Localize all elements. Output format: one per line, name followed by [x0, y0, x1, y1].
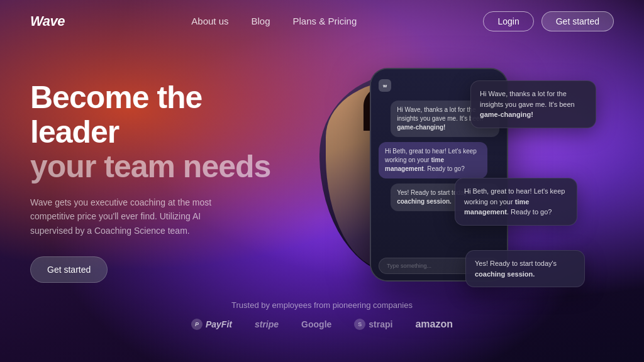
payfit-icon: P: [191, 319, 203, 330]
login-button[interactable]: Login: [483, 11, 533, 31]
navbar: Wave About us Blog Plans & Pricing Login…: [0, 0, 644, 43]
company-logo-payfit: P PayFit: [191, 319, 232, 330]
hero-title-main: Become the leader: [30, 80, 294, 150]
nav-link-pricing[interactable]: Plans & Pricing: [293, 16, 357, 26]
company-logo-stripe: stripe: [255, 319, 279, 329]
company-logo-amazon: amazon: [415, 319, 453, 330]
phone-logo: w: [379, 79, 391, 92]
hero-title-sub: your team needs: [30, 150, 294, 184]
company-logos: P PayFit stripe Google S strapi amazon: [30, 319, 614, 330]
company-logo-strapi: S strapi: [354, 319, 392, 330]
nav-links: About us Blog Plans & Pricing: [191, 16, 357, 27]
nav-actions: Login Get started: [483, 11, 614, 31]
nav-link-blog[interactable]: Blog: [252, 16, 270, 26]
get-started-nav-button[interactable]: Get started: [541, 11, 614, 31]
hero-section: Become the leader your team needs Wave g…: [0, 43, 644, 294]
get-started-hero-button[interactable]: Get started: [30, 256, 108, 283]
chat-bubble-2: Hi Beth, great to hear! Let's keep worki…: [379, 142, 487, 178]
company-logo-google: Google: [301, 319, 331, 329]
trusted-label: Trusted by employees from pioneering com…: [30, 300, 614, 310]
hero-description: Wave gets you executive coaching at the …: [30, 195, 244, 238]
floating-chat-card-1: Hi Wave, thanks a lot for the insights y…: [470, 80, 596, 128]
hero-visual: w Hi Wave, thanks a lot for the insights…: [294, 62, 614, 313]
hero-text: Become the leader your team needs Wave g…: [30, 62, 294, 283]
trusted-section: Trusted by employees from pioneering com…: [0, 294, 644, 330]
strapi-icon: S: [354, 319, 365, 330]
floating-chat-card-3: Yes! Ready to start today's coaching ses…: [465, 250, 585, 287]
nav-link-about[interactable]: About us: [191, 16, 228, 26]
floating-chat-card-2: Hi Beth, great to hear! Let's keep worki…: [455, 178, 577, 226]
logo[interactable]: Wave: [30, 13, 65, 30]
